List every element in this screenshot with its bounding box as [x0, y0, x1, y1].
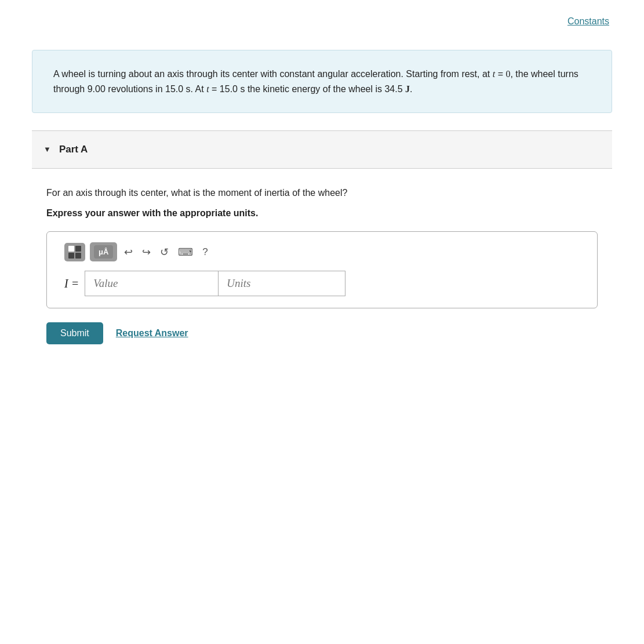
answer-container: μÅ ↩ ↪ ↺ ⌨ [46, 231, 598, 308]
help-icon: ? [202, 246, 208, 258]
redo-icon: ↪ [142, 246, 151, 259]
matrix-cell-2 [75, 246, 81, 252]
undo-button[interactable]: ↩ [122, 245, 135, 260]
problem-box: A wheel is turning about an axis through… [32, 50, 612, 113]
page-container: Constants A wheel is turning about an ax… [0, 0, 644, 644]
input-row: I = [59, 271, 585, 296]
matrix-cell-1 [68, 246, 74, 252]
reset-button[interactable]: ↺ [158, 245, 171, 260]
top-bar: Constants [0, 0, 644, 32]
part-section[interactable]: ▼ Part A [32, 130, 612, 169]
express-instruction: Express your answer with the appropriate… [46, 208, 598, 219]
mu-button[interactable]: μÅ [94, 245, 113, 259]
matrix-btn-group[interactable] [64, 243, 85, 261]
request-answer-link[interactable]: Request Answer [116, 328, 188, 339]
help-button[interactable]: ? [200, 245, 210, 259]
matrix-cell-4 [75, 253, 81, 259]
units-input[interactable] [218, 271, 345, 296]
constants-link[interactable]: Constants [567, 16, 609, 27]
question-area: For an axis through its center, what is … [46, 186, 598, 344]
input-label: I = [64, 277, 79, 290]
part-arrow: ▼ [43, 145, 51, 154]
matrix-cell-3 [68, 253, 74, 259]
undo-icon: ↩ [124, 246, 133, 259]
submit-button[interactable]: Submit [46, 322, 103, 344]
refresh-icon: ↺ [160, 246, 169, 259]
toolbar: μÅ ↩ ↪ ↺ ⌨ [59, 242, 585, 261]
mu-btn-group[interactable]: μÅ [90, 242, 117, 261]
problem-text: A wheel is turning about an axis through… [53, 69, 578, 94]
keyboard-button[interactable]: ⌨ [176, 245, 195, 260]
redo-button[interactable]: ↪ [140, 245, 153, 260]
question-text: For an axis through its center, what is … [46, 186, 598, 200]
submit-row: Submit Request Answer [46, 322, 598, 344]
matrix-icon [68, 246, 81, 259]
keyboard-icon: ⌨ [178, 246, 193, 259]
part-title: Part A [59, 144, 88, 155]
value-input[interactable] [85, 271, 218, 296]
